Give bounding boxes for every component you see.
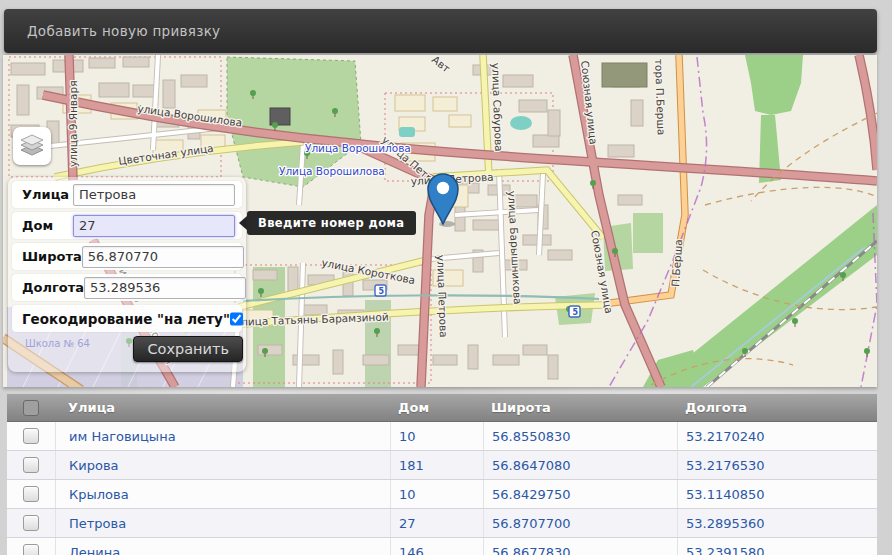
latitude-field-label: Широта	[22, 249, 82, 264]
cell-house: 181	[390, 451, 483, 479]
row-checkbox-cell	[7, 480, 55, 508]
house-link[interactable]: 27	[399, 516, 416, 531]
header-latitude: Широта	[483, 400, 677, 415]
cell-latitude: 56.8707700	[483, 509, 677, 537]
latitude-input[interactable]	[82, 246, 244, 268]
row-checkbox-cell	[7, 451, 55, 479]
map-layers-button[interactable]	[13, 127, 51, 165]
cell-latitude: 56.8647080	[483, 451, 677, 479]
latitude-link[interactable]: 56.8707700	[492, 516, 571, 531]
cell-house: 27	[390, 509, 483, 537]
table-row: Крылова 10 56.8429750 53.1140850	[7, 480, 877, 509]
geocoding-checkbox[interactable]	[230, 312, 243, 326]
route-badge: 5	[573, 308, 579, 317]
header-bar: Добавить новую привязку	[4, 9, 877, 53]
street-link[interactable]: Петрова	[69, 516, 126, 531]
longitude-input[interactable]	[84, 277, 246, 299]
table-row: им Наговицына 10 56.8550830 53.2170240	[7, 422, 877, 451]
page-title: Добавить новую привязку	[27, 23, 220, 39]
house-link[interactable]: 10	[399, 487, 416, 502]
house-link[interactable]: 10	[399, 429, 416, 444]
cell-house: 146	[390, 538, 483, 555]
house-field-label: Дом	[22, 218, 53, 233]
row-checkbox-cell	[7, 509, 55, 537]
row-checkbox-cell	[7, 538, 55, 555]
longitude-link[interactable]: 53.2895360	[686, 516, 765, 531]
cell-latitude: 56.8677830	[483, 538, 677, 555]
latitude-link[interactable]: 56.8677830	[492, 545, 571, 555]
stop-label: Улица Ворошилова	[305, 142, 411, 154]
select-all-cell	[7, 394, 55, 421]
street-link[interactable]: Крылова	[69, 487, 129, 502]
bindings-table: Улица Дом Широта Долгота им Наговицына 1…	[7, 394, 877, 555]
geocoding-label: Геокодирование "на лету"	[22, 311, 230, 327]
cell-house: 10	[390, 422, 483, 450]
save-zone: Сохранить	[133, 336, 243, 362]
map-pond	[510, 116, 532, 130]
street-field-row: Улица	[12, 181, 242, 208]
street-link[interactable]: Кирова	[69, 458, 119, 473]
layers-icon	[18, 133, 46, 159]
map-building-olive	[602, 63, 647, 87]
row-checkbox[interactable]	[23, 457, 39, 473]
cell-street: Кирова	[55, 451, 390, 479]
page: { "header": { "title": "Добавить новую п…	[0, 0, 892, 555]
tooltip-text: Введите номер дома	[247, 211, 416, 235]
latitude-link[interactable]: 56.8429750	[492, 487, 571, 502]
cell-longitude: 53.2391580	[677, 538, 877, 555]
house-input[interactable]	[73, 215, 235, 237]
table-header-row: Улица Дом Широта Долгота	[7, 394, 877, 422]
route-badge: 5	[379, 287, 385, 296]
street-input[interactable]	[73, 184, 235, 206]
longitude-field-row: Долгота	[12, 274, 242, 301]
cell-longitude: 53.2170240	[677, 422, 877, 450]
house-link[interactable]: 146	[399, 545, 424, 555]
row-checkbox[interactable]	[23, 486, 39, 502]
longitude-link[interactable]: 53.2170240	[686, 429, 765, 444]
add-binding-form: Улица Дом Широта Долгота Геокодирование …	[8, 177, 246, 372]
row-checkbox[interactable]	[23, 544, 39, 555]
street-label: улица 9 Января	[67, 81, 79, 167]
row-checkbox[interactable]	[23, 515, 39, 531]
map-pool	[399, 127, 415, 137]
save-button[interactable]: Сохранить	[133, 336, 243, 362]
header-house: Дом	[390, 400, 483, 415]
cell-longitude: 53.2176530	[677, 451, 877, 479]
map-building-dark	[270, 108, 290, 125]
cell-longitude: 53.2895360	[677, 509, 877, 537]
header-longitude: Долгота	[677, 400, 877, 415]
house-input-tooltip: Введите номер дома	[239, 211, 416, 235]
latitude-field-row: Широта	[12, 243, 242, 270]
geocoding-row: Геокодирование "на лету"	[12, 305, 242, 332]
row-checkbox-cell	[7, 422, 55, 450]
cell-latitude: 56.8429750	[483, 480, 677, 508]
tooltip-arrow-icon	[239, 216, 247, 230]
latitude-link[interactable]: 56.8647080	[492, 458, 571, 473]
table-row: Петрова 27 56.8707700 53.2895360	[7, 509, 877, 538]
row-checkbox[interactable]	[23, 428, 39, 444]
cell-street: Крылова	[55, 480, 390, 508]
street-field-label: Улица	[22, 187, 69, 202]
header-street: Улица	[55, 400, 390, 415]
stop-label: Улица Ворошилова	[279, 165, 385, 177]
cell-street: Петрова	[55, 509, 390, 537]
house-link[interactable]: 181	[399, 458, 424, 473]
longitude-link[interactable]: 53.2391580	[686, 545, 765, 555]
table-row: Кирова 181 56.8647080 53.2176530	[7, 451, 877, 480]
street-link[interactable]: Ленина	[69, 545, 120, 555]
street-link[interactable]: им Наговицына	[69, 429, 176, 444]
cell-latitude: 56.8550830	[483, 422, 677, 450]
house-field-row: Дом	[12, 212, 242, 239]
select-all-checkbox[interactable]	[23, 400, 39, 416]
cell-longitude: 53.1140850	[677, 480, 877, 508]
longitude-field-label: Долгота	[22, 280, 84, 295]
cell-house: 10	[390, 480, 483, 508]
longitude-link[interactable]: 53.1140850	[686, 487, 765, 502]
cell-street: Ленина	[55, 538, 390, 555]
table-row: Ленина 146 56.8677830 53.2391580	[7, 538, 877, 555]
longitude-link[interactable]: 53.2176530	[686, 458, 765, 473]
cell-street: им Наговицына	[55, 422, 390, 450]
latitude-link[interactable]: 56.8550830	[492, 429, 571, 444]
